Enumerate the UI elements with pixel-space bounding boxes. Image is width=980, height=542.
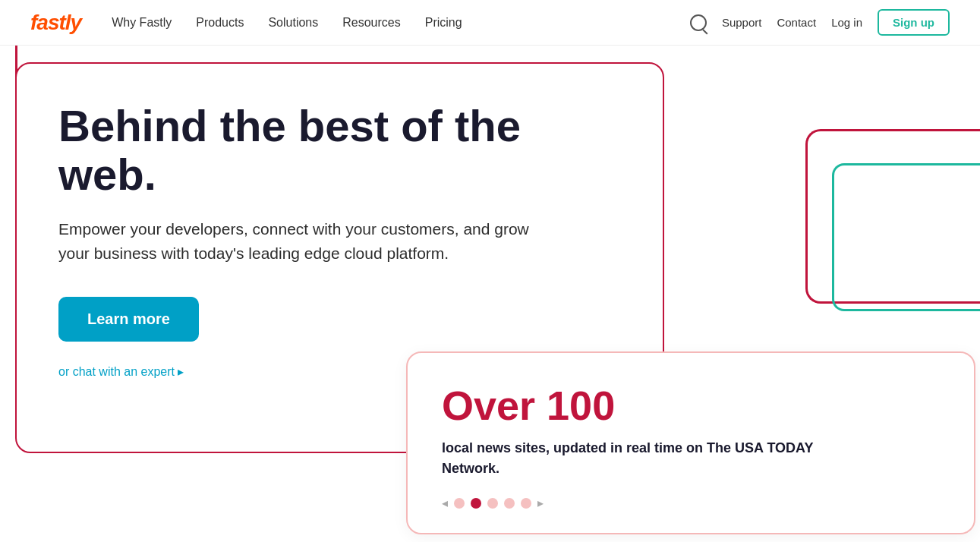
- nav-products[interactable]: Products: [196, 16, 244, 29]
- carousel-dot-3[interactable]: [504, 498, 515, 509]
- nav-links: Why Fastly Products Solutions Resources …: [112, 16, 690, 30]
- signup-button[interactable]: Sign up: [878, 9, 950, 36]
- nav-solutions[interactable]: Solutions: [268, 16, 318, 29]
- nav-why-fastly[interactable]: Why Fastly: [112, 16, 172, 29]
- nav-pricing[interactable]: Pricing: [425, 16, 462, 29]
- carousel-dot-0[interactable]: [454, 498, 465, 509]
- contact-link[interactable]: Contact: [777, 16, 816, 29]
- stats-number: Over 100: [442, 382, 940, 429]
- learn-more-button[interactable]: Learn more: [58, 297, 199, 342]
- nav-resources[interactable]: Resources: [342, 16, 400, 29]
- deco-square-inner: [832, 163, 980, 311]
- carousel-next[interactable]: ▸: [537, 496, 544, 510]
- main-nav: fastly Why Fastly Products Solutions Res…: [0, 0, 980, 46]
- logo[interactable]: fastly: [30, 11, 81, 35]
- search-icon[interactable]: [690, 14, 707, 31]
- support-link[interactable]: Support: [722, 16, 762, 29]
- stats-description: local news sites, updated in real time o…: [442, 438, 867, 479]
- carousel-dot-2[interactable]: [487, 498, 498, 509]
- stats-card: Over 100 local news sites, updated in re…: [406, 351, 975, 534]
- carousel-dot-4[interactable]: [521, 498, 531, 509]
- nav-right: Support Contact Log in Sign up: [690, 9, 950, 36]
- hero-headline: Behind the best of the web.: [58, 102, 575, 199]
- login-link[interactable]: Log in: [831, 16, 862, 29]
- carousel-dot-1[interactable]: [471, 498, 481, 509]
- carousel-prev[interactable]: ◂: [442, 496, 448, 510]
- hero-area: Behind the best of the web. Empower your…: [0, 46, 980, 542]
- hero-subtext: Empower your developers, connect with yo…: [58, 217, 544, 266]
- carousel-controls: ◂ ▸: [442, 496, 940, 510]
